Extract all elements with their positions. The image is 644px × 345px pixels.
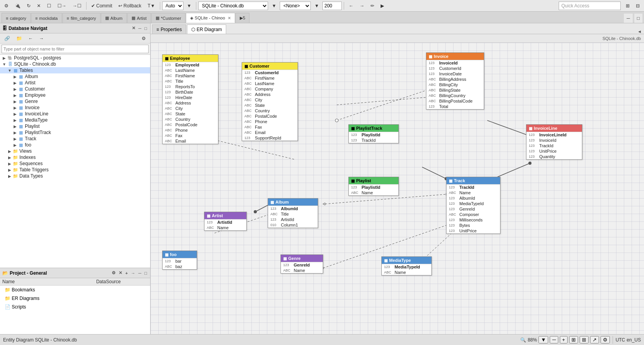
nav-btn-2[interactable]: → — [357, 1, 367, 10]
project-maximize[interactable]: □ — [144, 271, 148, 275]
commit-button[interactable]: ✔ Commit — [88, 1, 115, 10]
tree-tables[interactable]: ▼ ▦ Tables — [0, 67, 150, 73]
entity-foo[interactable]: ▦ foo 123bar ABCbaz — [162, 251, 197, 270]
toolbar-btn-7[interactable]: →☐ — [70, 1, 84, 10]
zoom-out-btn[interactable]: ─ — [550, 336, 558, 343]
tree-customer-arrow[interactable]: ▶ — [12, 87, 18, 91]
db-nav-btn-1[interactable]: 🔗 — [2, 34, 13, 43]
rollback-button[interactable]: ↩ Rollback — [116, 1, 144, 10]
project-settings[interactable]: ⚙ — [111, 270, 116, 275]
tab-film-category[interactable]: ≡ film_category — [62, 13, 100, 23]
tree-customer[interactable]: ▶ ▦ Customer — [0, 86, 150, 92]
zoom-fit-btn[interactable]: ⊞ — [569, 336, 578, 343]
tree-sequences[interactable]: ▶ 📁 Sequences — [0, 160, 150, 167]
tree-views[interactable]: ▶ 📁 Views — [0, 148, 150, 154]
tab-maximize[interactable]: □ — [634, 14, 642, 23]
entity-playlisttrack[interactable]: ▦ PlaylistTrack 123PlaylistId 123TrackId — [348, 124, 399, 143]
project-add[interactable]: + — [125, 271, 128, 275]
entity-album[interactable]: ▦ Album 123AlbumId ABCTitle 123ArtistId … — [268, 198, 318, 228]
db-nav-maximize[interactable]: □ — [144, 26, 148, 31]
zoom-in-btn[interactable]: + — [560, 336, 568, 343]
tree-playlist-arrow[interactable]: ▶ — [12, 124, 18, 129]
er-panel-nav-arrow[interactable]: ◄ — [637, 29, 642, 34]
db-nav-btn-4[interactable]: → — [36, 34, 47, 43]
tree-track-arrow[interactable]: ▶ — [12, 137, 18, 141]
none-select[interactable]: <None> — [280, 2, 311, 10]
tree-invoice[interactable]: ▶ ▦ Invoice — [0, 105, 150, 111]
entity-employee[interactable]: ▦ Employee 123EmployeeId ABCLastName ABC… — [162, 54, 218, 144]
layout-btn-1[interactable]: ⊞ — [623, 1, 632, 10]
zoom-input[interactable] — [322, 2, 342, 10]
tab-sqlite-close[interactable]: ✕ — [228, 16, 231, 20]
tree-playlisttrack-arrow[interactable]: ▶ — [12, 131, 18, 135]
tree-artist[interactable]: ▶ ▦ Artist — [0, 80, 150, 86]
er-canvas[interactable]: ▦ Employee 123EmployeeId ABCLastName ABC… — [151, 43, 644, 334]
toolbar-btn-1[interactable]: ⚙ — [2, 1, 11, 10]
entity-playlist[interactable]: ▦ Playlist 123PlaylistId ABCName — [348, 177, 399, 196]
tree-invoice-arrow[interactable]: ▶ — [12, 106, 18, 110]
entity-genre[interactable]: ▦ Genre 123GenreId ABCName — [280, 254, 323, 274]
tab-category[interactable]: ≡ category — [2, 13, 31, 23]
db-select[interactable]: SQLite - Chinook.db — [198, 2, 268, 10]
tab-album[interactable]: ▦ Album — [101, 13, 127, 23]
db-nav-btn-2[interactable]: 📁 — [14, 34, 25, 43]
tree-track[interactable]: ▶ ▦ Track — [0, 136, 150, 142]
tree-mediatype[interactable]: ▶ ▦ MediaType — [0, 117, 150, 123]
tree-indexes[interactable]: ▶ 📁 Indexes — [0, 154, 150, 160]
tree-sequences-arrow[interactable]: ▶ — [7, 162, 12, 166]
project-nav[interactable]: → — [130, 271, 136, 275]
tree-datatypes-arrow[interactable]: ▶ — [7, 174, 12, 178]
toolbar-btn-2[interactable]: 🔌 — [12, 1, 23, 10]
tree-mediatype-arrow[interactable]: ▶ — [12, 118, 18, 122]
toolbar-btn-3[interactable]: ↻ — [24, 1, 33, 10]
tree-tables-arrow[interactable]: ▼ — [7, 68, 12, 73]
tab-customer[interactable]: ▦ *Customer — [151, 13, 185, 23]
db-nav-btn-5[interactable]: ⚙ — [139, 34, 149, 43]
tree-artist-arrow[interactable]: ▶ — [12, 81, 18, 85]
layout-btn-2[interactable]: ⊟ — [633, 1, 642, 10]
db-nav-minimize[interactable]: ─ — [138, 26, 142, 31]
db-nav-search[interactable] — [2, 45, 149, 53]
zoom-export-btn[interactable]: ↗ — [590, 336, 599, 343]
db-nav-close[interactable]: ✕ — [131, 26, 136, 31]
tree-foo-arrow[interactable]: ▶ — [12, 143, 18, 147]
zoom-dropdown-btn[interactable]: ▼ — [538, 336, 548, 343]
tab-mockdata[interactable]: ≡ mockdata — [31, 13, 62, 23]
proj-erdiagrams[interactable]: 📁 ER Diagrams — [0, 294, 94, 303]
tree-pg[interactable]: ▶ 🐘 PostgreSQL - postgres — [0, 55, 150, 61]
tree-views-arrow[interactable]: ▶ — [7, 149, 12, 153]
tree-playlisttrack[interactable]: ▶ ▦ PlaylistTrack — [0, 129, 150, 136]
tree-genre[interactable]: ▶ ▦ Genre — [0, 98, 150, 105]
tree-sqlite-arrow[interactable]: ▼ — [2, 62, 7, 66]
entity-artist[interactable]: ▦ Artist 123ArtistId ABCName — [204, 212, 247, 231]
tree-tabletriggers-arrow[interactable]: ▶ — [7, 168, 12, 172]
tree-employee-arrow[interactable]: ▶ — [12, 93, 18, 98]
tree-foo[interactable]: ▶ ▦ foo — [0, 142, 150, 148]
tree-indexes-arrow[interactable]: ▶ — [7, 155, 12, 160]
nav-btn-4[interactable]: ▶ — [378, 1, 387, 10]
tree-invoiceline-arrow[interactable]: ▶ — [12, 112, 18, 116]
tree-album[interactable]: ▶ ▦ Album — [0, 73, 150, 80]
entity-track[interactable]: ▦ Track 123TrackId ABCName 123AlbumId 12… — [446, 177, 500, 234]
proj-bookmarks[interactable]: 📁 Bookmarks — [0, 286, 94, 294]
er-tab-properties[interactable]: ≡ Properties — [152, 24, 186, 34]
tree-playlist[interactable]: ▶ ▦ Playlist — [0, 123, 150, 129]
toolbar-t-btn[interactable]: T▼ — [145, 1, 158, 10]
tab-artist[interactable]: ▦ Artist — [127, 13, 151, 23]
tree-invoiceline[interactable]: ▶ ▦ InvoiceLine — [0, 111, 150, 117]
entity-customer[interactable]: ▦ Customer 123CustomerId ABCFirstName AB… — [242, 62, 298, 141]
project-minimize[interactable]: ─ — [138, 271, 142, 275]
tab-minimize[interactable]: ─ — [624, 14, 633, 23]
tree-sqlite[interactable]: ▼ 🗄 SQLite - Chinook.db — [0, 61, 150, 67]
tree-datatypes[interactable]: ▶ 📁 Data Types — [0, 173, 150, 179]
project-close-x[interactable]: ✕ — [118, 270, 123, 275]
toolbar-btn-4[interactable]: ✕ — [34, 1, 43, 10]
nav-btn-3[interactable]: ✏ — [368, 1, 377, 10]
tree-pg-arrow[interactable]: ▶ — [2, 56, 7, 60]
none-dropdown[interactable]: ▼ — [312, 1, 322, 10]
auto-dropdown[interactable]: ▼ — [184, 1, 194, 10]
toolbar-btn-6[interactable]: ☐→ — [55, 1, 69, 10]
nav-btn-1[interactable]: ← — [346, 1, 356, 10]
entity-invoice[interactable]: ▦ Invoice 123InvoiceId 123CustomerId 123… — [426, 52, 484, 110]
zoom-settings-btn[interactable]: ⚙ — [601, 336, 610, 343]
